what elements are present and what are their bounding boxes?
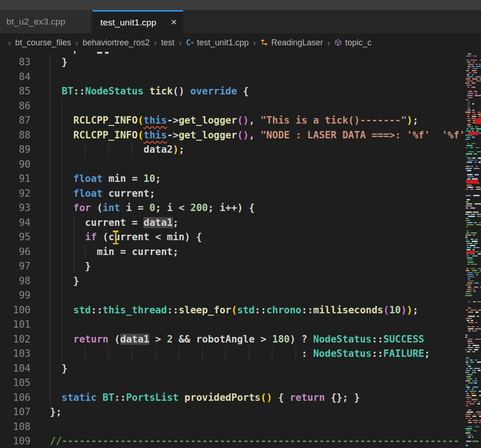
line-number: 83 bbox=[0, 55, 31, 70]
minimap-code-mark bbox=[465, 380, 470, 382]
line-number: 98 bbox=[0, 274, 31, 289]
minimap-code-mark bbox=[472, 370, 476, 371]
minimap-code-mark bbox=[467, 174, 473, 175]
minimap-code-mark bbox=[467, 320, 469, 321]
minimap-code-mark bbox=[468, 436, 471, 438]
minimap-code-mark bbox=[468, 301, 470, 303]
minimap-code-mark bbox=[472, 416, 477, 417]
minimap-code-mark bbox=[470, 189, 474, 190]
minimap-code-mark bbox=[467, 95, 473, 96]
line-number: 87 bbox=[0, 113, 31, 128]
minimap-code-mark bbox=[475, 239, 478, 240]
minimap-code-mark bbox=[467, 411, 473, 413]
minimap-code-mark bbox=[467, 282, 473, 284]
minimap-code-mark bbox=[475, 347, 480, 348]
minimap-code-mark bbox=[468, 126, 473, 128]
minimap-code-mark bbox=[479, 420, 481, 421]
minimap-code-mark bbox=[471, 214, 475, 215]
minimap-code-mark bbox=[474, 243, 478, 244]
minimap-code-mark bbox=[472, 116, 476, 117]
minimap-code-mark bbox=[466, 370, 470, 371]
minimap-code-mark bbox=[470, 245, 475, 246]
minimap-code-mark bbox=[466, 285, 471, 286]
minimap-code-mark bbox=[467, 260, 473, 261]
minimap-code-mark bbox=[467, 393, 469, 394]
minimap-code-mark bbox=[473, 212, 479, 213]
breadcrumb-item[interactable]: test bbox=[161, 38, 174, 48]
breadcrumb-item[interactable]: behaviortree_ros2 bbox=[82, 38, 149, 48]
code-line: 106 static BT::PortsList providedPorts()… bbox=[0, 391, 465, 405]
breadcrumb-item[interactable]: topic_c bbox=[334, 38, 371, 48]
minimap-code-mark bbox=[480, 270, 481, 271]
minimap-code-mark bbox=[473, 235, 475, 236]
tab-test-unit1-cpp[interactable]: test_unit1.cpp ✕ bbox=[92, 10, 183, 33]
code-line: 96 min = current; bbox=[0, 245, 465, 260]
line-number: 104 bbox=[0, 361, 31, 376]
line-number: 103 bbox=[0, 347, 31, 361]
minimap-code-mark bbox=[465, 349, 467, 350]
minimap-code-mark bbox=[476, 274, 479, 275]
minimap-code-mark bbox=[468, 286, 471, 288]
minimap-code-mark bbox=[466, 166, 470, 167]
code-line: 92 float current; bbox=[0, 187, 465, 201]
minimap-code-mark bbox=[467, 351, 470, 353]
text-cursor-ibeam bbox=[115, 231, 117, 243]
minimap-code-mark bbox=[467, 274, 473, 275]
breadcrumb-item[interactable]: ReadingLaser bbox=[260, 38, 323, 48]
minimap-code-mark bbox=[468, 316, 475, 317]
minimap-code-mark bbox=[468, 339, 473, 340]
minimap-code-mark bbox=[468, 307, 471, 309]
minimap-code-mark bbox=[477, 112, 481, 113]
minimap-code-mark bbox=[474, 286, 479, 288]
cpp-file-icon: C+ bbox=[186, 38, 194, 47]
breadcrumb-item[interactable]: bt_course_files bbox=[15, 38, 71, 48]
minimap-code-mark bbox=[470, 310, 476, 311]
minimap-code-mark bbox=[469, 403, 475, 404]
minimap-code-mark bbox=[472, 351, 475, 353]
minimap-code-mark bbox=[473, 68, 478, 69]
minimap-code-mark bbox=[465, 372, 469, 373]
minimap-code-mark bbox=[467, 110, 471, 111]
code-text: float min = 10; bbox=[50, 172, 161, 187]
minimap-code-mark bbox=[474, 382, 477, 384]
minimap-code-mark bbox=[473, 56, 477, 57]
code-editor[interactable]: 83 }8485 BT::NodeStatus tick() override … bbox=[0, 52, 465, 448]
minimap-code-mark bbox=[468, 72, 471, 74]
minimap-code-mark bbox=[470, 128, 475, 130]
minimap-code-mark bbox=[468, 328, 474, 330]
minimap-code-mark bbox=[472, 103, 474, 105]
minimap-code-mark bbox=[465, 235, 471, 236]
close-icon[interactable]: ✕ bbox=[171, 18, 177, 27]
minimap-code-mark bbox=[468, 143, 469, 144]
minimap-error-mark bbox=[475, 118, 481, 124]
code-line: 86 bbox=[0, 99, 465, 114]
code-text: BT::NodeStatus tick() override { bbox=[50, 84, 249, 99]
breadcrumb-item[interactable]: C+test_unit1.cpp bbox=[186, 38, 249, 48]
minimap-code-mark bbox=[470, 361, 475, 363]
minimap-code-mark bbox=[467, 120, 471, 121]
code-line: 104 } bbox=[0, 361, 465, 376]
minimap-code-mark bbox=[468, 420, 471, 421]
minimap-code-mark bbox=[475, 426, 480, 428]
minimap-code-mark bbox=[467, 187, 473, 188]
breadcrumb-label: topic_c bbox=[345, 38, 371, 48]
minimap-code-mark bbox=[466, 364, 469, 365]
minimap-code-mark bbox=[467, 264, 470, 265]
line-number: 93 bbox=[0, 201, 31, 216]
minimap-code-mark bbox=[474, 272, 480, 274]
minimap-code-mark bbox=[470, 147, 473, 149]
vscode-window: bt_u2_ex3.cpp test_unit1.cpp ✕ ›bt_cours… bbox=[0, 0, 481, 448]
code-text: } bbox=[50, 259, 91, 274]
minimap-code-mark bbox=[466, 401, 471, 403]
code-text: std::this_thread::sleep_for(std::chrono:… bbox=[50, 303, 419, 318]
minimap-code-mark bbox=[473, 386, 479, 388]
minimap-code-mark bbox=[475, 64, 477, 65]
minimap-code-mark bbox=[472, 436, 474, 438]
minimap[interactable] bbox=[465, 52, 481, 448]
minimap-code-mark bbox=[466, 201, 469, 203]
chevron-right-icon: › bbox=[253, 38, 256, 47]
minimap-code-mark bbox=[474, 153, 477, 155]
minimap-code-mark bbox=[467, 257, 473, 259]
tab-bt-u2-ex3-cpp[interactable]: bt_u2_ex3.cpp bbox=[0, 10, 91, 33]
minimap-code-mark bbox=[479, 422, 481, 423]
